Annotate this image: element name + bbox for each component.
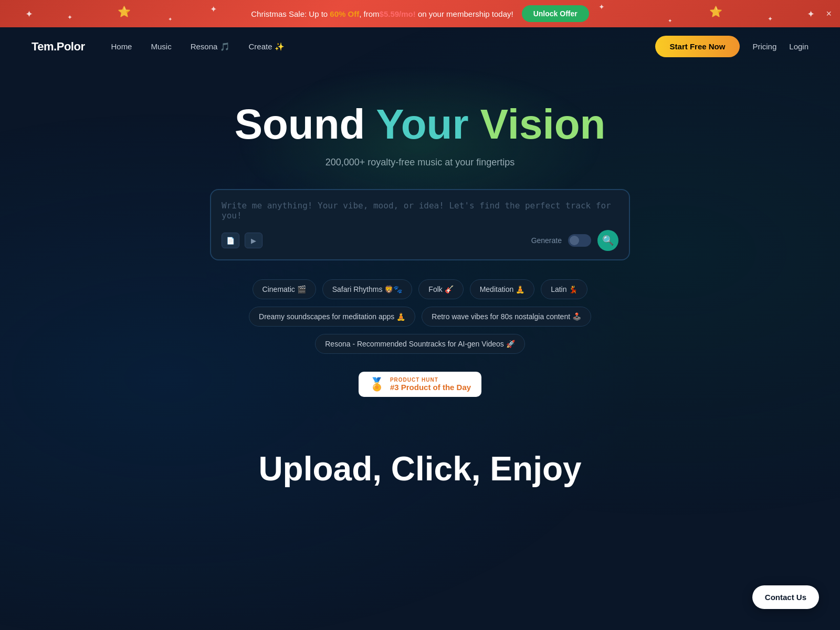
generate-label: Generate	[531, 236, 562, 245]
search-magnifier-icon: 🔍	[602, 235, 614, 246]
banner-text-middle: , from	[359, 9, 379, 18]
chip-resona-rec[interactable]: Resona - Recommended Sountracks for AI-g…	[315, 334, 524, 354]
product-hunt-label: PRODUCT HUNT	[390, 377, 471, 383]
product-hunt-text: PRODUCT HUNT #3 Product of the Day	[390, 377, 471, 392]
star-decoration: ✦	[168, 16, 172, 22]
chip-retro[interactable]: Retro wave vibes for 80s nostalgia conte…	[422, 307, 591, 327]
unlock-offer-button[interactable]: Unlock Offer	[522, 5, 589, 22]
nav-music[interactable]: Music	[151, 42, 171, 51]
login-link[interactable]: Login	[789, 42, 808, 51]
chip-latin[interactable]: Latin 💃	[541, 279, 587, 299]
search-footer: 📄 ▶ Generate 🔍	[222, 230, 618, 251]
title-word-your: Your	[376, 101, 468, 148]
chip-folk[interactable]: Folk 🎸	[418, 279, 463, 299]
banner-price: $5.59/mo!	[380, 9, 416, 18]
file-icon-button[interactable]: 📄	[222, 233, 239, 248]
hero-title: Sound Your Vision	[10, 102, 830, 146]
hero-section: Sound Your Vision 200,000+ royalty-free …	[0, 66, 840, 418]
product-hunt-rank: #3 Product of the Day	[390, 383, 471, 392]
star-decoration: ⭐	[709, 5, 722, 18]
star-decoration: ✦	[668, 18, 672, 24]
product-hunt-icon: 🏅	[369, 377, 385, 392]
site-logo[interactable]: Tem.Polor	[32, 40, 85, 54]
file-icon: 📄	[226, 237, 235, 245]
star-decoration: ✦	[768, 15, 773, 23]
banner-text-before: Christmas Sale: Up to	[251, 9, 330, 18]
contact-us-button[interactable]: Contact Us	[752, 585, 819, 609]
chips-row-2: Dreamy soundscapes for meditation apps 🧘…	[10, 307, 830, 327]
bottom-title: Upload, Click, Enjoy	[10, 449, 830, 488]
bottom-section: Upload, Click, Enjoy	[0, 418, 840, 509]
search-right-controls: Generate 🔍	[531, 230, 618, 251]
star-decoration: ✦	[807, 8, 815, 20]
nav-home[interactable]: Home	[111, 42, 132, 51]
search-icon-buttons: 📄 ▶	[222, 233, 262, 248]
nav-create[interactable]: Create ✨	[249, 42, 285, 51]
chip-dreamy[interactable]: Dreamy soundscapes for meditation apps 🧘	[249, 307, 415, 327]
product-hunt-section: 🏅 PRODUCT HUNT #3 Product of the Day	[10, 361, 830, 397]
start-free-button[interactable]: Start Free Now	[655, 36, 740, 57]
banner-discount: 60% Off	[330, 9, 359, 18]
title-word-sound: Sound	[235, 101, 365, 148]
chips-row-3: Resona - Recommended Sountracks for AI-g…	[10, 334, 830, 354]
title-word-vision: Vision	[480, 101, 606, 148]
search-box: 📄 ▶ Generate 🔍	[210, 189, 630, 260]
pricing-link[interactable]: Pricing	[752, 42, 776, 51]
generate-toggle[interactable]	[568, 234, 591, 247]
star-decoration: ✦	[210, 4, 217, 14]
play-icon-button[interactable]: ▶	[245, 233, 262, 248]
search-button[interactable]: 🔍	[597, 230, 618, 251]
chip-meditation[interactable]: Meditation 🧘	[470, 279, 534, 299]
chips-row-1: Cinematic 🎬 Safari Rhythms 🦁🐾 Folk 🎸 Med…	[10, 279, 830, 299]
nav-links: Home Music Resona 🎵 Create ✨	[111, 42, 655, 51]
star-decoration: ⭐	[118, 5, 131, 18]
chip-cinematic[interactable]: Cinematic 🎬	[253, 279, 316, 299]
star-decoration: ✦	[25, 8, 33, 20]
promo-banner: ✦ ✦ ⭐ ✦ ✦ ✦ ✦ ⭐ ✦ ✦ Christmas Sale: Up t…	[0, 0, 840, 27]
nav-actions: Start Free Now Pricing Login	[655, 36, 808, 57]
chip-safari[interactable]: Safari Rhythms 🦁🐾	[322, 279, 413, 299]
banner-close-button[interactable]: ×	[826, 8, 832, 19]
star-decoration: ✦	[67, 14, 72, 21]
star-decoration: ✦	[598, 3, 605, 11]
search-input[interactable]	[222, 201, 618, 222]
banner-text-after: on your membership today!	[416, 9, 513, 18]
play-icon: ▶	[251, 237, 256, 245]
banner-message: Christmas Sale: Up to 60% Off, from$5.59…	[251, 9, 513, 18]
hero-subtitle: 200,000+ royalty-free music at your fing…	[10, 157, 830, 168]
navbar: Tem.Polor Home Music Resona 🎵 Create ✨ S…	[0, 27, 840, 66]
product-hunt-badge[interactable]: 🏅 PRODUCT HUNT #3 Product of the Day	[359, 372, 481, 397]
nav-resona[interactable]: Resona 🎵	[191, 42, 230, 51]
